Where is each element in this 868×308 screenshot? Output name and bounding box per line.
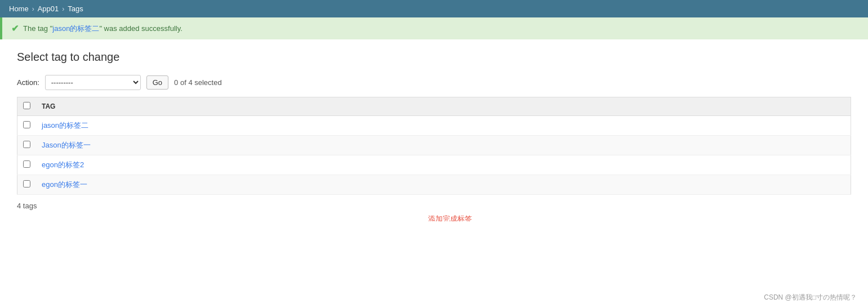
- table-row: egon的标签2: [17, 155, 851, 175]
- tag-link[interactable]: egon的标签2: [42, 160, 84, 169]
- breadcrumb-app[interactable]: App01: [38, 5, 59, 13]
- row-checkbox[interactable]: [23, 121, 30, 128]
- action-bar: Action: --------- Go 0 of 4 selected: [17, 75, 851, 90]
- row-checkbox-cell: [17, 116, 37, 136]
- row-checkbox-cell: [17, 175, 37, 195]
- breadcrumb-home[interactable]: Home: [9, 5, 29, 13]
- tag-table: TAG jason的标签二Jason的标签一egon的标签2egon的标签一: [17, 97, 851, 195]
- row-checkbox-cell: [17, 136, 37, 155]
- breadcrumb-bar: Home › App01 › Tags: [0, 0, 868, 17]
- row-tag-name: Jason的标签一: [36, 136, 851, 155]
- header-checkbox-cell: [17, 97, 37, 116]
- success-message: The tag "jason的标签二" was added successful…: [23, 24, 182, 34]
- success-banner: ✔ The tag "jason的标签二" was added successf…: [0, 17, 868, 39]
- row-checkbox-cell: [17, 155, 37, 175]
- tag-link[interactable]: Jason的标签一: [42, 141, 91, 149]
- row-checkbox[interactable]: [23, 160, 30, 168]
- success-icon: ✔: [11, 23, 19, 34]
- page-content: Select tag to change Action: --------- G…: [0, 39, 868, 221]
- action-label: Action:: [17, 78, 39, 87]
- row-checkbox[interactable]: [23, 141, 30, 148]
- action-select[interactable]: ---------: [45, 75, 141, 90]
- row-tag-name: jason的标签二: [36, 116, 851, 136]
- table-header-row: TAG: [17, 97, 851, 116]
- select-all-checkbox[interactable]: [23, 102, 30, 109]
- breadcrumb-sep-1: ›: [32, 5, 34, 13]
- tag-link[interactable]: jason的标签二: [42, 121, 88, 130]
- row-tag-name: egon的标签一: [36, 175, 851, 195]
- table-row: jason的标签二: [17, 116, 851, 136]
- go-button[interactable]: Go: [146, 75, 168, 90]
- breadcrumb-sep-2: ›: [62, 5, 64, 13]
- selected-count: 0 of 4 selected: [174, 78, 222, 87]
- page-title: Select tag to change: [17, 51, 851, 64]
- row-tag-name: egon的标签2: [36, 155, 851, 175]
- breadcrumb-current: Tags: [68, 5, 83, 13]
- col-tag-header: TAG: [36, 97, 851, 116]
- tag-link[interactable]: egon的标签一: [42, 180, 87, 189]
- table-row: Jason的标签一: [17, 136, 851, 155]
- table-row: egon的标签一: [17, 175, 851, 195]
- row-checkbox[interactable]: [23, 180, 30, 188]
- success-tag-name: jason的标签二: [52, 24, 99, 33]
- tag-count: 4 tags: [17, 202, 851, 210]
